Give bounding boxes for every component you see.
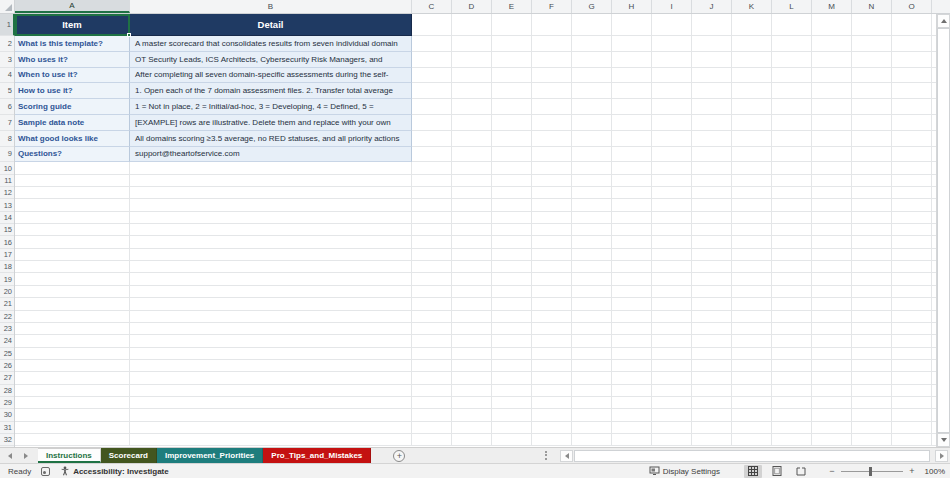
cell-L2[interactable] [772, 36, 812, 52]
cell-O32[interactable] [892, 434, 932, 446]
cell-H29[interactable] [612, 397, 652, 409]
column-header-D[interactable]: D [452, 0, 492, 13]
cell-F24[interactable] [532, 335, 572, 347]
cell-F10[interactable] [532, 162, 572, 174]
cell-N3[interactable] [852, 52, 892, 68]
cell-H18[interactable] [612, 261, 652, 273]
cell-L25[interactable] [772, 348, 812, 360]
sheet-nav-left-icon[interactable] [8, 453, 12, 459]
cell-O14[interactable] [892, 212, 932, 224]
cell-H27[interactable] [612, 372, 652, 384]
cell-F8[interactable] [532, 131, 572, 147]
cell-O30[interactable] [892, 409, 932, 421]
page-layout-view-button[interactable] [768, 465, 786, 478]
cell-K17[interactable] [732, 249, 772, 261]
cell-L14[interactable] [772, 212, 812, 224]
cell-B11[interactable] [130, 175, 412, 187]
cell-N5[interactable] [852, 83, 892, 99]
cell-E31[interactable] [492, 422, 532, 434]
cell-O1[interactable] [892, 14, 932, 36]
horizontal-scroll-thumb[interactable] [574, 450, 930, 462]
cell-M22[interactable] [812, 311, 852, 323]
cell-B2[interactable]: A master scorecard that consolidates res… [130, 36, 412, 52]
cell-K12[interactable] [732, 187, 772, 199]
cell-L16[interactable] [772, 236, 812, 248]
cell-H20[interactable] [612, 286, 652, 298]
cell-C4[interactable] [412, 68, 452, 84]
zoom-out-button[interactable]: − [828, 466, 836, 476]
cell-G5[interactable] [572, 83, 612, 99]
cell-G21[interactable] [572, 298, 612, 310]
cell-M5[interactable] [812, 83, 852, 99]
row-header-31[interactable]: 31 [0, 422, 14, 434]
cell-E2[interactable] [492, 36, 532, 52]
cell-B31[interactable] [130, 422, 412, 434]
cell-I4[interactable] [652, 68, 692, 84]
cell-I16[interactable] [652, 236, 692, 248]
cell-F31[interactable] [532, 422, 572, 434]
cell-G18[interactable] [572, 261, 612, 273]
cell-B9[interactable]: support@theartofservice.com [130, 147, 412, 163]
cell-G30[interactable] [572, 409, 612, 421]
cell-B3[interactable]: OT Security Leads, ICS Architects, Cyber… [130, 52, 412, 68]
cell-F27[interactable] [532, 372, 572, 384]
cell-L26[interactable] [772, 360, 812, 372]
cell-K26[interactable] [732, 360, 772, 372]
cell-O21[interactable] [892, 298, 932, 310]
column-header-E[interactable]: E [492, 0, 532, 13]
cell-E4[interactable] [492, 68, 532, 84]
row-header-16[interactable]: 16 [0, 236, 14, 248]
cell-K19[interactable] [732, 273, 772, 285]
cell-N20[interactable] [852, 286, 892, 298]
row-header-21[interactable]: 21 [0, 298, 14, 310]
cell-D26[interactable] [452, 360, 492, 372]
row-header-20[interactable]: 20 [0, 286, 14, 298]
cell-K8[interactable] [732, 131, 772, 147]
cell-J26[interactable] [692, 360, 732, 372]
cell-D1[interactable] [452, 14, 492, 36]
cell-B16[interactable] [130, 236, 412, 248]
cell-F14[interactable] [532, 212, 572, 224]
cell-E15[interactable] [492, 224, 532, 236]
cell-G29[interactable] [572, 397, 612, 409]
cell-M24[interactable] [812, 335, 852, 347]
cell-N8[interactable] [852, 131, 892, 147]
cell-E17[interactable] [492, 249, 532, 261]
cell-I9[interactable] [652, 147, 692, 163]
sheet-nav-right-icon[interactable] [24, 453, 28, 459]
cell-N9[interactable] [852, 147, 892, 163]
cell-L12[interactable] [772, 187, 812, 199]
cell-L5[interactable] [772, 83, 812, 99]
cell-F30[interactable] [532, 409, 572, 421]
cell-M18[interactable] [812, 261, 852, 273]
cell-J7[interactable] [692, 115, 732, 131]
row-header-26[interactable]: 26 [0, 360, 14, 372]
cell-L15[interactable] [772, 224, 812, 236]
cell-F5[interactable] [532, 83, 572, 99]
cell-K24[interactable] [732, 335, 772, 347]
cell-A1[interactable]: Item [15, 14, 130, 36]
cell-J29[interactable] [692, 397, 732, 409]
cell-H4[interactable] [612, 68, 652, 84]
vertical-scroll-thumb[interactable] [937, 28, 950, 433]
cell-I11[interactable] [652, 175, 692, 187]
cell-H30[interactable] [612, 409, 652, 421]
row-header-29[interactable]: 29 [0, 397, 14, 409]
cell-K25[interactable] [732, 348, 772, 360]
cell-L19[interactable] [772, 273, 812, 285]
cell-K29[interactable] [732, 397, 772, 409]
column-header-A[interactable]: A [15, 0, 130, 13]
cell-G23[interactable] [572, 323, 612, 335]
row-header-23[interactable]: 23 [0, 323, 14, 335]
cell-C28[interactable] [412, 385, 452, 397]
cell-I29[interactable] [652, 397, 692, 409]
cell-F23[interactable] [532, 323, 572, 335]
column-header-G[interactable]: G [572, 0, 612, 13]
cell-C32[interactable] [412, 434, 452, 446]
cell-G6[interactable] [572, 99, 612, 115]
cell-H8[interactable] [612, 131, 652, 147]
cell-M26[interactable] [812, 360, 852, 372]
cell-F21[interactable] [532, 298, 572, 310]
cell-H2[interactable] [612, 36, 652, 52]
cell-L17[interactable] [772, 249, 812, 261]
